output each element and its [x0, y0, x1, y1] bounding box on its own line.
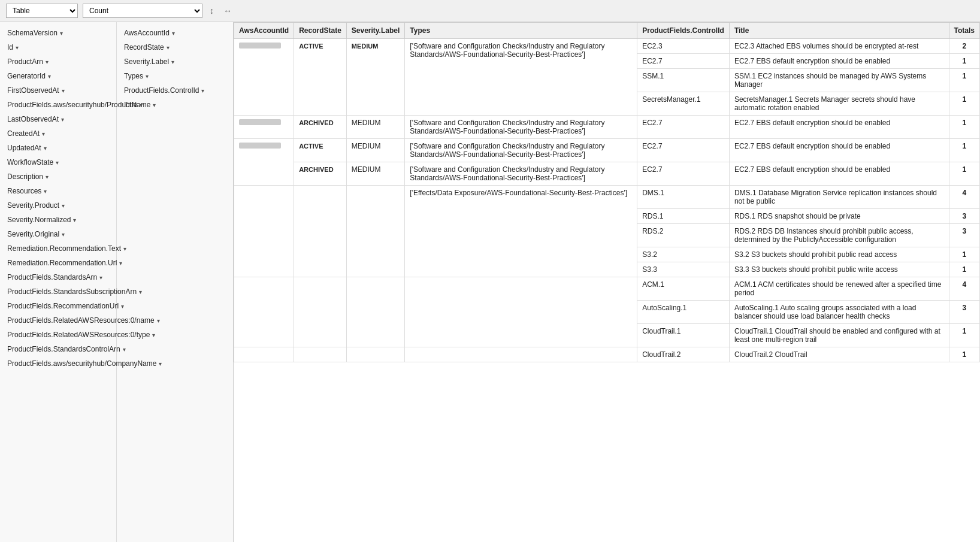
field-RemediationText[interactable]: Remediation.Recommendation.Text▾: [0, 241, 116, 256]
cell-severitylabel: [346, 277, 404, 347]
cell-title: SecretsManager.1 Secrets Manager secrets…: [729, 92, 949, 116]
field-ProductArn[interactable]: ProductArn▾: [0, 54, 116, 69]
field-UpdatedAt[interactable]: UpdatedAt▾: [0, 141, 116, 155]
arrow-icon: ▾: [99, 274, 102, 281]
cell-controlid: CloudTrail.2: [637, 347, 730, 362]
cell-severitylabel: MEDIUM: [346, 162, 404, 186]
cell-controlid: EC2.3: [637, 39, 730, 54]
count-select[interactable]: Count Sum Average: [83, 4, 202, 18]
arrow-icon: ▾: [167, 44, 170, 51]
cell-controlid: S3.2: [637, 247, 730, 262]
field-StandardsSubscriptionArn[interactable]: ProductFields.StandardsSubscriptionArn▾: [0, 284, 116, 299]
arrow-icon: ▾: [46, 59, 49, 65]
left-panel: SchemaVersion▾ Id▾ ProductArn▾ Generator…: [0, 22, 234, 542]
field-LastObservedAt[interactable]: LastObservedAt▾: [0, 112, 116, 126]
cell-totals: 1: [949, 262, 979, 277]
view-select[interactable]: Table Chart Raw: [6, 4, 78, 18]
arrow-icon: ▾: [46, 174, 49, 180]
arrow-icon: ▾: [44, 188, 47, 195]
field-RelatedAWSResourcesType[interactable]: ProductFields.RelatedAWSResources:0/type…: [0, 328, 116, 342]
field-AwsAccountId[interactable]: AwsAccountId▾: [117, 26, 233, 40]
col-header-recordstate[interactable]: RecordState: [294, 23, 347, 39]
field-GeneratorId[interactable]: GeneratorId▾: [0, 69, 116, 83]
field-Resources[interactable]: Resources▾: [0, 184, 116, 198]
field-CreatedAt[interactable]: CreatedAt▾: [0, 126, 116, 141]
cell-totals: 4: [949, 186, 979, 209]
col-header-types[interactable]: Types: [405, 23, 637, 39]
cell-awsaccountid: [234, 277, 294, 347]
field-CompanyName[interactable]: ProductFields.aws/securityhub/CompanyNam…: [0, 356, 116, 371]
cell-recordstate: [294, 277, 347, 347]
field-SeverityLabel[interactable]: Severity.Label▾: [117, 54, 233, 69]
cell-controlid: EC2.7: [637, 54, 730, 69]
field-ProductName[interactable]: ProductFields.aws/securityhub/ProductNam…: [0, 98, 116, 112]
col-header-title[interactable]: Title: [729, 23, 949, 39]
cell-controlid: S3.3: [637, 262, 730, 277]
cell-totals: 1: [949, 92, 979, 116]
cell-totals: 1: [949, 69, 979, 92]
cell-title: EC2.7 EBS default encryption should be e…: [729, 116, 949, 139]
arrow-icon: ▾: [146, 73, 149, 80]
cell-severitylabel: [346, 186, 404, 277]
sort-icon-button[interactable]: ↕: [207, 5, 216, 17]
cell-totals: 1: [949, 139, 979, 162]
arrow-icon: ▾: [172, 30, 175, 37]
arrow-icon: ▾: [42, 131, 45, 137]
cell-types: [405, 347, 637, 362]
col-header-totals[interactable]: Totals: [949, 23, 979, 39]
cell-types: ['Software and Configuration Checks/Indu…: [405, 39, 637, 116]
field-RecommendationUrl[interactable]: ProductFields.RecommendationUrl▾: [0, 299, 116, 313]
cell-totals: 3: [949, 209, 979, 224]
cell-severitylabel: [346, 347, 404, 362]
cell-recordstate: ACTIVE: [294, 39, 347, 116]
table-row: ACTIVE MEDIUM ['Software and Configurati…: [234, 139, 980, 162]
cell-controlid: AutoScaling.1: [637, 301, 730, 324]
cell-title: CloudTrail.1 CloudTrail should be enable…: [729, 324, 949, 347]
field-Description[interactable]: Description▾: [0, 169, 116, 184]
cell-types: ['Software and Configuration Checks/Indu…: [405, 116, 637, 139]
field-FirstObservedAt[interactable]: FirstObservedAt▾: [0, 83, 116, 98]
cell-controlid: DMS.1: [637, 186, 730, 209]
cell-types: [405, 277, 637, 347]
arrow-icon: ▾: [171, 59, 174, 65]
cell-totals: 1: [949, 247, 979, 262]
cell-controlid: RDS.2: [637, 224, 730, 247]
swap-icon-button[interactable]: ↔: [221, 5, 234, 17]
col-header-severitylabel[interactable]: Severity.Label: [346, 23, 404, 39]
field-SeverityNormalized[interactable]: Severity.Normalized▾: [0, 213, 116, 227]
field-SeverityOriginal[interactable]: Severity.Original▾: [0, 227, 116, 241]
cell-title: S3.3 S3 buckets should prohibit public w…: [729, 262, 949, 277]
cell-types: ['Software and Configuration Checks/Indu…: [405, 162, 637, 186]
data-table: AwsAccountId RecordState Severity.Label …: [234, 22, 980, 362]
field-Id[interactable]: Id▾: [0, 40, 116, 54]
main-layout: SchemaVersion▾ Id▾ ProductArn▾ Generator…: [0, 22, 980, 542]
col-header-controlid[interactable]: ProductFields.ControlId: [637, 23, 730, 39]
field-RemediationUrl[interactable]: Remediation.Recommendation.Url▾: [0, 256, 116, 270]
cell-totals: 1: [949, 116, 979, 139]
cell-awsaccountid: [234, 347, 294, 362]
field-SchemaVersion[interactable]: SchemaVersion▾: [0, 26, 116, 40]
cell-title: SSM.1 EC2 instances should be managed by…: [729, 69, 949, 92]
field-WorkflowState[interactable]: WorkflowState▾: [0, 155, 116, 169]
cell-totals: 3: [949, 224, 979, 247]
cell-controlid: EC2.7: [637, 116, 730, 139]
redacted-value: [239, 43, 281, 49]
cell-title: RDS.1 RDS snapshot should be private: [729, 209, 949, 224]
cell-title: AutoScaling.1 Auto scaling groups associ…: [729, 301, 949, 324]
field-ControlId[interactable]: ProductFields.ControlId▾: [117, 83, 233, 98]
col-header-awsaccountid[interactable]: AwsAccountId: [234, 23, 294, 39]
field-SeverityProduct[interactable]: Severity.Product▾: [0, 198, 116, 213]
table-row: ['Effects/Data Exposure/AWS-Foundational…: [234, 186, 980, 209]
cell-totals: 4: [949, 277, 979, 301]
cell-title: EC2.3 Attached EBS volumes should be enc…: [729, 39, 949, 54]
field-RecordState[interactable]: RecordState▾: [117, 40, 233, 54]
cell-title: RDS.2 RDS DB Instances should prohibit p…: [729, 224, 949, 247]
field-RelatedAWSResourcesName[interactable]: ProductFields.RelatedAWSResources:0/name…: [0, 313, 116, 328]
table-row: ACTIVE MEDIUM ['Software and Configurati…: [234, 39, 980, 54]
field-Types[interactable]: Types▾: [117, 69, 233, 83]
top-bar: Table Chart Raw Count Sum Average ↕ ↔: [0, 0, 980, 22]
field-StandardsArn[interactable]: ProductFields.StandardsArn▾: [0, 270, 116, 284]
field-Title[interactable]: Title▾: [117, 98, 233, 112]
field-StandardsControlArn[interactable]: ProductFields.StandardsControlArn▾: [0, 342, 116, 356]
arrow-icon: ▾: [56, 159, 59, 166]
